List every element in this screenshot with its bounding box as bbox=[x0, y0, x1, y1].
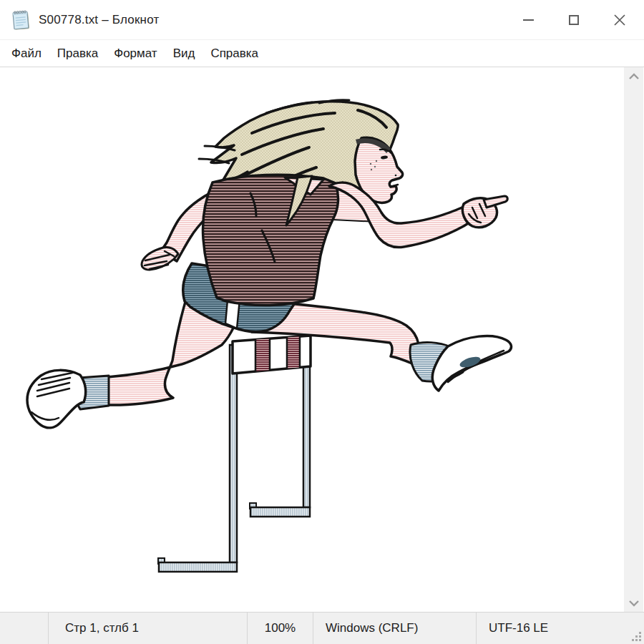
maximize-button[interactable] bbox=[551, 0, 597, 39]
menu-format[interactable]: Формат bbox=[107, 44, 163, 64]
close-button[interactable] bbox=[597, 0, 643, 39]
status-bar: Стр 1, стлб 1 100% Windows (CRLF) UTF-16… bbox=[0, 612, 644, 644]
vertical-scrollbar[interactable] bbox=[624, 67, 643, 612]
notepad-icon bbox=[9, 9, 32, 31]
minimize-button[interactable] bbox=[505, 0, 551, 39]
title-bar: S00778.txt – Блокнот bbox=[0, 0, 644, 40]
resize-grip[interactable] bbox=[631, 631, 642, 642]
maximize-icon bbox=[569, 15, 579, 25]
editor-area[interactable] bbox=[0, 67, 644, 612]
scroll-up-button[interactable] bbox=[624, 67, 643, 85]
menu-edit[interactable]: Правка bbox=[51, 44, 104, 64]
hurdle bbox=[158, 336, 311, 572]
menu-bar: Файл Правка Формат Вид Справка bbox=[0, 40, 644, 67]
status-spacer bbox=[0, 613, 48, 644]
menu-file[interactable]: Файл bbox=[5, 44, 48, 64]
status-cursor-position: Стр 1, стлб 1 bbox=[48, 613, 247, 644]
menu-view[interactable]: Вид bbox=[167, 44, 202, 64]
status-line-ending: Windows (CRLF) bbox=[313, 613, 476, 644]
status-encoding: UTF-16 LE bbox=[476, 613, 644, 644]
window-title: S00778.txt – Блокнот bbox=[39, 13, 505, 27]
hurdler-illustration bbox=[0, 67, 620, 612]
scroll-down-button[interactable] bbox=[624, 594, 643, 612]
chevron-up-icon bbox=[628, 73, 640, 80]
minimize-icon bbox=[523, 19, 534, 21]
menu-help[interactable]: Справка bbox=[204, 44, 265, 64]
close-icon bbox=[613, 14, 626, 26]
hurdler-girl bbox=[27, 100, 511, 428]
chevron-down-icon bbox=[628, 600, 640, 607]
caption-buttons bbox=[505, 0, 643, 39]
pointing-finger bbox=[484, 196, 507, 208]
notepad-window: { "window": { "title": "S00778.txt – Бло… bbox=[0, 0, 644, 644]
status-zoom: 100% bbox=[247, 613, 313, 644]
tank-top bbox=[203, 175, 338, 305]
